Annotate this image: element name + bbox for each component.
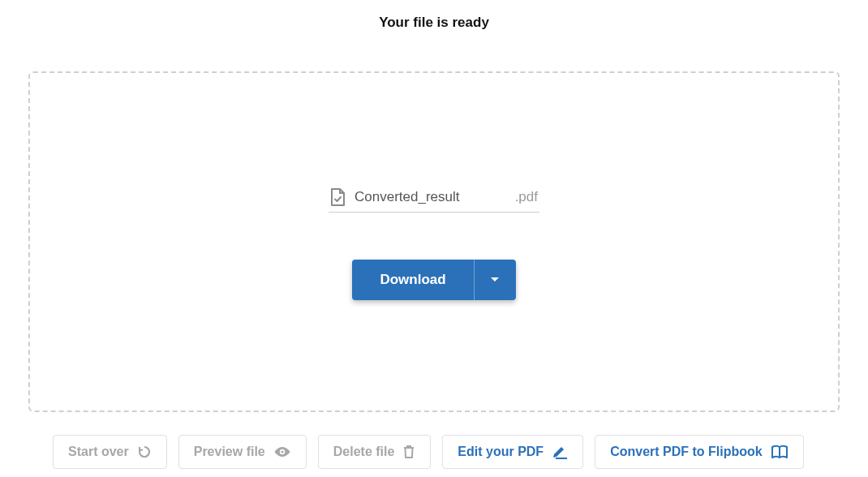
edit-pdf-button[interactable]: Edit your PDF <box>442 435 583 469</box>
eye-icon <box>273 446 291 458</box>
caret-down-icon <box>490 277 500 283</box>
file-checked-icon <box>329 187 346 207</box>
file-name-input[interactable]: Converted_result <box>355 189 491 205</box>
output-file-row: Converted_result .pdf <box>329 184 539 213</box>
start-over-button[interactable]: Start over <box>53 435 167 469</box>
preview-file-button[interactable]: Preview file <box>178 435 307 469</box>
action-label: Edit your PDF <box>458 445 544 459</box>
download-options-toggle[interactable] <box>474 260 516 300</box>
result-drop-zone: Converted_result .pdf Download <box>28 71 840 412</box>
pencil-icon <box>552 445 568 459</box>
download-button[interactable]: Download <box>352 260 473 300</box>
action-label: Preview file <box>194 445 265 459</box>
action-label: Delete file <box>333 445 395 459</box>
svg-point-1 <box>281 450 283 453</box>
delete-file-button[interactable]: Delete file <box>318 435 432 469</box>
action-label: Start over <box>68 445 129 459</box>
refresh-icon <box>137 445 152 459</box>
trash-icon <box>402 445 415 459</box>
page-title: Your file is ready <box>28 15 840 31</box>
action-label: Convert PDF to Flipbook <box>610 445 763 459</box>
convert-flipbook-button[interactable]: Convert PDF to Flipbook <box>595 435 804 469</box>
file-extension-label: .pdf <box>499 189 538 205</box>
open-book-icon <box>771 445 789 459</box>
secondary-actions: Start over Preview file Delete file <box>28 435 840 469</box>
download-button-group: Download <box>352 260 515 300</box>
